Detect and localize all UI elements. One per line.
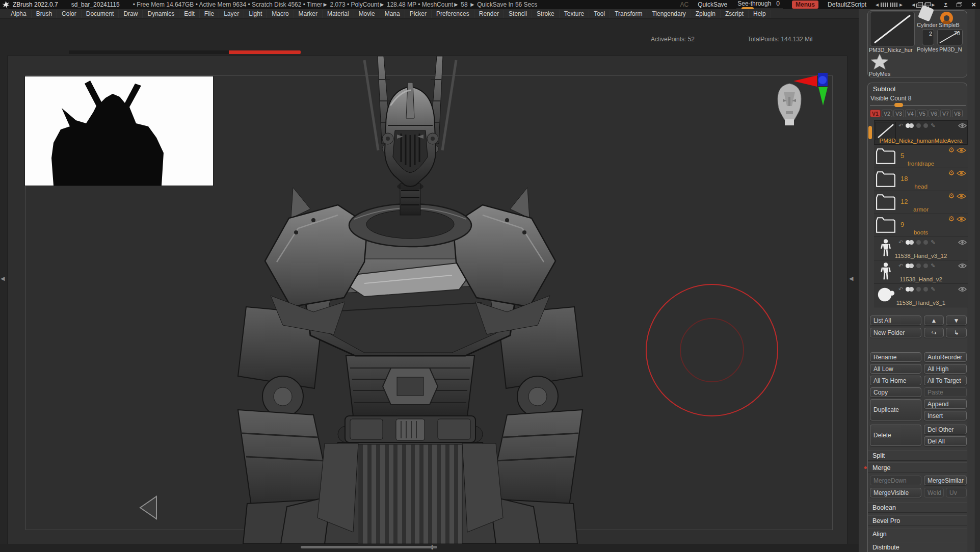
menu-stencil[interactable]: Stencil [504,10,532,18]
tool-thumbnail-large[interactable] [870,12,915,46]
menu-marker[interactable]: Marker [294,10,323,18]
visible-count-track[interactable] [870,105,966,106]
pen-icon[interactable]: ✎ [931,239,935,246]
v7-button[interactable]: V7 [940,110,951,117]
folder-eye-icon[interactable] [957,193,966,199]
move-out-folder-button[interactable]: ↪ [924,328,944,337]
boolean-section-header[interactable]: Boolean [868,502,967,513]
texture-map-icon[interactable] [923,287,928,292]
gear-icon[interactable]: ⚙ [948,192,955,200]
merge-down-button[interactable]: MergeDown [870,476,921,485]
menu-texture[interactable]: Texture [560,10,589,18]
subtool-folder-boots[interactable]: 9 ⚙ boots [874,214,968,237]
menu-tool[interactable]: Tool [589,10,610,18]
texture-map-icon[interactable] [923,123,928,128]
all-to-home-button[interactable]: All To Home [870,376,921,385]
rename-button[interactable]: Rename [870,352,921,362]
menu-light[interactable]: Light [244,10,267,18]
default-zscript-button[interactable]: DefaultZScript [828,1,866,8]
restore-icon[interactable] [957,2,962,7]
uv-map-icon[interactable] [916,240,921,245]
uv-map-icon[interactable] [916,264,921,268]
delete-button[interactable]: Delete [870,425,921,446]
v4-button[interactable]: V4 [905,110,916,117]
menu-edit[interactable]: Edit [179,10,200,18]
menu-preferences[interactable]: Preferences [432,10,474,18]
polymesh-star-icon[interactable] [870,54,889,70]
visible-count-handle[interactable] [894,103,903,107]
see-through-slider[interactable]: See-through 0 [736,0,783,9]
move-up-button[interactable]: ▲ [924,316,944,325]
uv-button[interactable]: Uv [946,488,967,497]
alpha-thumbnail[interactable] [25,76,213,186]
subtool-row-hand-v3-1[interactable]: ↶ ✎ 11538_Hand_v3_1 [874,284,968,307]
del-other-button[interactable]: Del Other [924,425,967,434]
bevel-pro-section-header[interactable]: Bevel Pro [868,515,967,526]
menus-button[interactable]: Menus [792,1,818,9]
uv-map-icon[interactable] [916,287,921,292]
merge-section-header[interactable]: Merge [868,462,967,473]
insert-button[interactable]: Insert [924,411,967,420]
autoreorder-button[interactable]: AutoReorder [924,352,967,362]
flip-icon[interactable]: ↶ [898,239,903,246]
menu-file[interactable]: File [200,10,219,18]
merge-visible-button[interactable]: MergeVisible [870,488,921,497]
tool-thumbnail-2[interactable]: 2 [922,29,934,45]
pen-icon[interactable]: ✎ [931,286,935,293]
all-high-button[interactable]: All High [924,364,967,374]
paste-button[interactable]: Paste [924,387,967,397]
flip-icon[interactable]: ↶ [898,262,903,269]
menu-zplugin[interactable]: Zplugin [691,10,721,18]
menu-macro[interactable]: Macro [267,10,294,18]
tool-thumbnail-70[interactable]: 70 [937,29,963,45]
menu-help[interactable]: Help [749,10,771,18]
align-section-header[interactable]: Align [868,529,967,539]
v6-button[interactable]: V6 [929,110,939,117]
uv-map-icon[interactable] [916,123,921,128]
gear-icon[interactable]: ⚙ [948,215,955,223]
menu-brush[interactable]: Brush [32,10,57,18]
menu-draw[interactable]: Draw [119,10,143,18]
menu-movie[interactable]: Movie [354,10,380,18]
merge-similar-button[interactable]: MergeSimilar [924,476,967,485]
menu-tiengendary[interactable]: Tiengendary [647,10,691,18]
texture-map-icon[interactable] [923,240,928,245]
subtool-row-hand-v2[interactable]: ↶ ✎ 11538_Hand_v2 [874,260,968,284]
minimize-icon[interactable]: ▾ [944,2,947,7]
menu-color[interactable]: Color [57,10,82,18]
close-icon[interactable]: × [971,2,976,8]
axis-gizmo[interactable] [792,71,833,108]
v8-button[interactable]: V8 [952,110,963,117]
menu-alpha[interactable]: Alpha [6,10,32,18]
new-folder-button[interactable]: New Folder [870,328,921,337]
list-all-button[interactable]: List All [870,316,921,325]
folder-eye-icon[interactable] [957,147,966,153]
quicksave-button[interactable]: QuickSave [698,1,727,8]
tray-divider-left-icon[interactable]: ◂ ▸ [876,1,903,8]
flip-icon[interactable]: ↶ [898,122,903,129]
append-button[interactable]: Append [924,399,967,409]
tray-scroll-gutter[interactable] [974,9,980,552]
all-low-button[interactable]: All Low [870,364,921,374]
flip-icon[interactable]: ↶ [898,286,903,293]
texture-map-icon[interactable] [923,264,928,268]
all-to-target-button[interactable]: All To Target [924,376,967,385]
del-all-button[interactable]: Del All [924,436,967,446]
visibility-eye-icon[interactable] [958,263,967,269]
menu-material[interactable]: Material [323,10,354,18]
menu-dynamics[interactable]: Dynamics [143,10,179,18]
menu-picker[interactable]: Picker [405,10,432,18]
subtool-folder-frontdrape[interactable]: 5 ⚙ frontdrape [874,145,968,168]
subtool-list-scrollbar[interactable] [868,126,872,139]
pen-icon[interactable]: ✎ [931,122,935,129]
gear-icon[interactable]: ⚙ [948,146,955,154]
right-tray-collapse-arrow[interactable]: ◀ [849,275,853,282]
scroll-arrows-icon[interactable]: ▲ ▼ [430,544,435,551]
v2-button[interactable]: V2 [882,110,892,117]
weld-button[interactable]: Weld [924,488,944,497]
visibility-eye-icon[interactable] [958,123,967,128]
menu-layer[interactable]: Layer [219,10,244,18]
menu-transform[interactable]: Transform [610,10,647,18]
visibility-eye-icon[interactable] [958,286,967,292]
v3-button[interactable]: V3 [893,110,904,117]
